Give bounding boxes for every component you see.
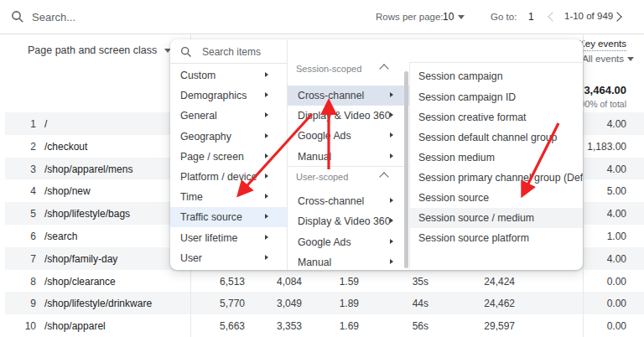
divider [170, 63, 287, 64]
row-index: 9 [18, 298, 36, 309]
collapse-icon[interactable] [379, 64, 388, 73]
search-icon[interactable] [11, 10, 24, 23]
chevron-right-icon [265, 133, 268, 138]
row-index: 10 [18, 320, 36, 332]
engagement-time-cell: 56s [413, 320, 428, 332]
user-scoped-header[interactable]: User-scoped [296, 172, 348, 182]
row-index: 5 [18, 208, 36, 220]
divider [288, 166, 410, 167]
active-users-cell: 3,353 [277, 320, 302, 332]
menu-item-session-medium[interactable]: Session medium [410, 148, 583, 168]
dimension-column-header[interactable]: Page path and screen class [28, 44, 171, 56]
rows-per-page-label: Rows per page: [376, 12, 444, 22]
views-cell: 5,770 [220, 298, 245, 309]
key-events-cell: 4.00 [607, 163, 626, 175]
ga4-report-screen: Search... Rows per page: 10 Go to: 1 1-1… [0, 0, 644, 337]
page-path-cell: /shop/clearance [44, 276, 116, 288]
key-events-column-header[interactable]: Key events [579, 39, 626, 49]
chevron-right-icon [265, 72, 268, 77]
row-index: 7 [18, 253, 36, 265]
menu-item-session-cross-channel[interactable]: Cross-channel [288, 86, 410, 106]
table-row: 10 /shop/apparel 5,663 3,353 1.69 56s 29… [5, 314, 644, 337]
menu-item-session-default-channel-group[interactable]: Session default channel group [410, 127, 583, 148]
table-row: 9 /shop/lifestyle/drinkware 5,770 3,049 … [5, 292, 644, 315]
chevron-right-icon [390, 198, 393, 203]
menu-item-session-dv360[interactable]: Display & Video 360 [288, 106, 410, 126]
key-events-cell: 1,183.00 [587, 141, 626, 153]
key-events-cell: 0.00 [607, 298, 626, 309]
page-path-cell: /shop/lifestyle/drinkware [44, 298, 152, 309]
menu-item-geography[interactable]: Geography [170, 127, 287, 147]
menu-item-session-google-ads[interactable]: Google Ads [288, 126, 410, 146]
menu-item-user-cross-channel[interactable]: Cross-channel [288, 191, 410, 211]
views-cell: 6,513 [220, 276, 245, 288]
key-events-cell: 4.00 [607, 118, 626, 130]
chevron-right-icon [390, 112, 393, 117]
table-search-input[interactable]: Search... [32, 11, 75, 23]
menu-item-general[interactable]: General [170, 106, 287, 126]
collapse-icon[interactable] [379, 172, 388, 181]
menu-item-session-creative-format[interactable]: Session creative format [410, 107, 583, 127]
dimension-category-panel: Search items Custom Demographics General… [170, 39, 287, 270]
menu-item-user-dv360[interactable]: Display & Video 360 [288, 211, 410, 231]
chevron-right-icon [390, 218, 393, 223]
menu-item-session-campaign-id[interactable]: Session campaign ID [410, 87, 583, 107]
dimension-picker-menu: Search items Custom Demographics General… [170, 39, 583, 270]
chevron-right-icon [265, 255, 268, 260]
active-users-cell: 4,084 [277, 276, 302, 288]
chevron-right-icon [390, 239, 393, 244]
menu-item-session-source[interactable]: Session source [410, 188, 583, 208]
menu-item-time[interactable]: Time [170, 187, 287, 207]
page-path-cell: /checkout [44, 141, 87, 153]
menu-item-traffic-source[interactable]: Traffic source [170, 207, 287, 227]
goto-page-input[interactable]: 1 [528, 11, 534, 23]
event-count-cell: 29,597 [484, 320, 515, 332]
views-cell: 5,663 [220, 320, 245, 332]
chevron-down-icon[interactable] [458, 15, 465, 19]
views-per-user-cell: 1.69 [340, 320, 359, 332]
chevron-right-icon [390, 259, 393, 264]
key-events-cell: 4.00 [607, 208, 626, 220]
chevron-right-icon [265, 174, 268, 179]
views-per-user-cell: 1.89 [340, 298, 359, 309]
menu-item-user-manual[interactable]: Manual [288, 252, 410, 270]
page-path-cell: /shop/lifestyle/bags [44, 208, 130, 220]
key-events-cell: 5.00 [607, 185, 626, 197]
key-events-cell: 0.00 [607, 276, 626, 288]
menu-item-page-screen[interactable]: Page / screen [170, 147, 287, 167]
menu-item-user-lifetime[interactable]: User lifetime [170, 228, 287, 248]
chevron-right-icon [265, 214, 268, 219]
key-events-cell: 4.00 [607, 253, 626, 265]
chevron-right-icon [265, 112, 268, 117]
menu-item-session-source-medium[interactable]: Session source / medium [410, 208, 583, 228]
page-path-cell: / [44, 118, 47, 130]
menu-item-platform-device[interactable]: Platform / device [170, 167, 287, 187]
table-row: 8 /shop/clearance 6,513 4,084 1.59 35s 2… [5, 270, 644, 293]
key-events-filter-dropdown[interactable]: All events [582, 54, 634, 64]
column-divider [583, 34, 584, 337]
menu-item-demographics[interactable]: Demographics [170, 86, 287, 106]
all-events-label: All events [582, 54, 624, 64]
rows-per-page-value[interactable]: 10 [443, 11, 454, 23]
dimension-list-panel: Session campaign Session campaign ID Ses… [409, 62, 583, 270]
menu-item-user-google-ads[interactable]: Google Ads [288, 232, 410, 252]
menu-item-user[interactable]: User [170, 248, 287, 268]
menu-item-session-manual[interactable]: Manual [288, 147, 410, 167]
menu-scrollbar[interactable] [404, 71, 408, 268]
chevron-down-icon [627, 57, 634, 61]
menu-item-custom[interactable]: Custom [170, 65, 287, 86]
menu-item-session-source-platform[interactable]: Session source platform [410, 228, 583, 248]
row-index: 3 [18, 163, 36, 175]
next-page-icon[interactable] [612, 12, 621, 21]
key-events-cell: 0.00 [607, 320, 626, 332]
row-index: 2 [18, 141, 36, 153]
session-scoped-header[interactable]: Session-scoped [296, 64, 361, 74]
menu-item-session-primary-channel-group[interactable]: Session primary channel group (Default ( [410, 168, 583, 188]
page-path-cell: /search [44, 231, 77, 242]
prev-page-icon[interactable] [548, 12, 557, 21]
menu-item-session-campaign[interactable]: Session campaign [410, 66, 583, 86]
menu-search-input[interactable]: Search items [202, 46, 261, 58]
engagement-time-cell: 44s [413, 298, 428, 309]
chevron-right-icon [390, 92, 393, 97]
search-icon [180, 46, 192, 58]
